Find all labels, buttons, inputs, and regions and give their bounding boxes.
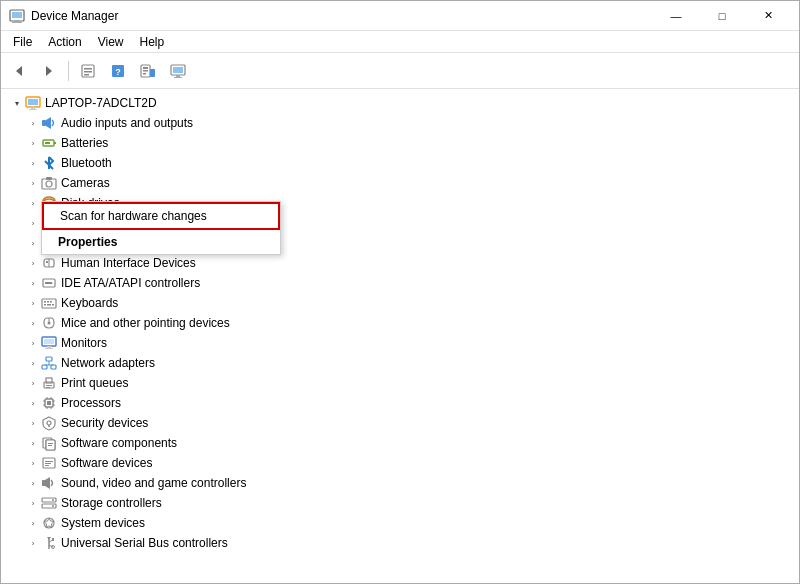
tree-item-monitors[interactable]: › Monitors	[1, 333, 799, 353]
svg-rect-57	[52, 304, 54, 306]
svg-rect-24	[31, 107, 35, 109]
tree-item-security[interactable]: › Security devices	[1, 413, 799, 433]
context-properties[interactable]: Properties	[42, 230, 280, 254]
tree-item-keyboards[interactable]: › Keyboards	[1, 293, 799, 313]
tree-item-ide[interactable]: › IDE ATA/ATAPI controllers	[1, 273, 799, 293]
svg-rect-25	[29, 109, 37, 110]
bluetooth-label: Bluetooth	[61, 156, 112, 170]
svg-point-100	[52, 505, 54, 507]
toolbar-forward-button[interactable]	[35, 58, 63, 84]
svg-rect-63	[45, 348, 53, 349]
scan-icon	[140, 63, 156, 79]
tree-item-print[interactable]: › Print queues	[1, 373, 799, 393]
minimize-button[interactable]: —	[653, 1, 699, 31]
mice-arrow: ›	[25, 315, 41, 331]
system-label: System devices	[61, 516, 145, 530]
keyboards-label: Keyboards	[61, 296, 118, 310]
svg-point-32	[46, 181, 52, 187]
close-button[interactable]: ✕	[745, 1, 791, 31]
tree-item-storage[interactable]: › Storage controllers	[1, 493, 799, 513]
tree-item-hid[interactable]: › Human Interface Devices	[1, 253, 799, 273]
batteries-icon	[41, 135, 57, 151]
processors-arrow: ›	[25, 395, 41, 411]
toolbar-scan-button[interactable]	[134, 58, 162, 84]
tree-item-audio[interactable]: › Audio inputs and outputs	[1, 113, 799, 133]
mice-label: Mice and other pointing devices	[61, 316, 230, 330]
toolbar-back-button[interactable]	[5, 58, 33, 84]
menu-view[interactable]: View	[90, 33, 132, 51]
cameras-label: Cameras	[61, 176, 110, 190]
storage-icon	[41, 495, 57, 511]
menu-file[interactable]: File	[5, 33, 40, 51]
svg-rect-30	[54, 142, 56, 144]
toolbar-update-driver-button[interactable]: ?	[104, 58, 132, 84]
back-icon	[12, 64, 26, 78]
tree-item-batteries[interactable]: › Batteries	[1, 133, 799, 153]
svg-rect-1	[12, 12, 22, 18]
softwarecomp-label: Software components	[61, 436, 177, 450]
softwarecomp-icon	[41, 435, 57, 451]
svg-marker-107	[47, 537, 51, 540]
toolbar-properties-button[interactable]	[74, 58, 102, 84]
svg-rect-83	[47, 401, 51, 405]
svg-rect-94	[45, 465, 49, 466]
tree-item-processors[interactable]: › Processors	[1, 393, 799, 413]
context-scan-hardware[interactable]: Scan for hardware changes	[42, 202, 280, 230]
security-icon	[41, 415, 57, 431]
ide-label: IDE ATA/ATAPI controllers	[61, 276, 200, 290]
storage-arrow: ›	[25, 495, 41, 511]
softwaredev-arrow: ›	[25, 455, 41, 471]
tree-item-usb[interactable]: › Universal Serial Bus controllers	[1, 533, 799, 553]
svg-rect-15	[143, 73, 146, 75]
display-arrow: ›	[25, 215, 41, 231]
tree-item-mice[interactable]: › Mice and other pointing devices	[1, 313, 799, 333]
svg-rect-2	[14, 20, 20, 22]
svg-rect-51	[42, 299, 56, 308]
hid-arrow: ›	[25, 255, 41, 271]
ide-icon	[41, 275, 57, 291]
svg-rect-49	[45, 282, 53, 284]
bluetooth-arrow: ›	[25, 155, 41, 171]
computer-label: LAPTOP-7ADCLT2D	[45, 96, 157, 110]
svg-marker-27	[46, 117, 51, 129]
system-arrow: ›	[25, 515, 41, 531]
audio-icon	[41, 115, 57, 131]
svg-rect-66	[51, 365, 56, 369]
svg-marker-96	[45, 477, 50, 489]
svg-rect-33	[46, 177, 52, 180]
processors-label: Processors	[61, 396, 121, 410]
toolbar: ?	[1, 53, 799, 89]
tree-item-bluetooth[interactable]: › Bluetooth	[1, 153, 799, 173]
svg-point-59	[48, 322, 51, 325]
tree-item-network[interactable]: › Network adapters	[1, 353, 799, 373]
properties-label: Properties	[58, 235, 117, 249]
print-label: Print queues	[61, 376, 128, 390]
cameras-arrow: ›	[25, 175, 41, 191]
svg-rect-55	[44, 304, 46, 306]
tree-item-softwarecomp[interactable]: › Software components	[1, 433, 799, 453]
print-arrow: ›	[25, 375, 41, 391]
maximize-button[interactable]: □	[699, 1, 745, 31]
svg-rect-26	[42, 120, 46, 126]
network-icon	[41, 355, 57, 371]
title-bar: Device Manager — □ ✕	[1, 1, 799, 31]
svg-rect-21	[174, 77, 182, 78]
tree-item-system[interactable]: › System devices	[1, 513, 799, 533]
svg-rect-93	[45, 463, 51, 464]
keyboards-icon	[41, 295, 57, 311]
softwaredev-icon	[41, 455, 57, 471]
svg-rect-73	[46, 387, 50, 388]
menu-action[interactable]: Action	[40, 33, 89, 51]
tree-item-cameras[interactable]: › Cameras	[1, 173, 799, 193]
tree-item-softwaredev[interactable]: › Software devices	[1, 453, 799, 473]
menu-help[interactable]: Help	[132, 33, 173, 51]
toolbar-display-button[interactable]	[164, 58, 192, 84]
svg-rect-47	[46, 261, 48, 263]
batteries-label: Batteries	[61, 136, 108, 150]
svg-rect-72	[46, 385, 52, 386]
tree-root[interactable]: ▾ LAPTOP-7ADCLT2D	[1, 93, 799, 113]
hid-label: Human Interface Devices	[61, 256, 196, 270]
tree-item-sound[interactable]: › Sound, video and game controllers	[1, 473, 799, 493]
svg-rect-104	[52, 538, 54, 541]
svg-rect-92	[45, 461, 53, 462]
